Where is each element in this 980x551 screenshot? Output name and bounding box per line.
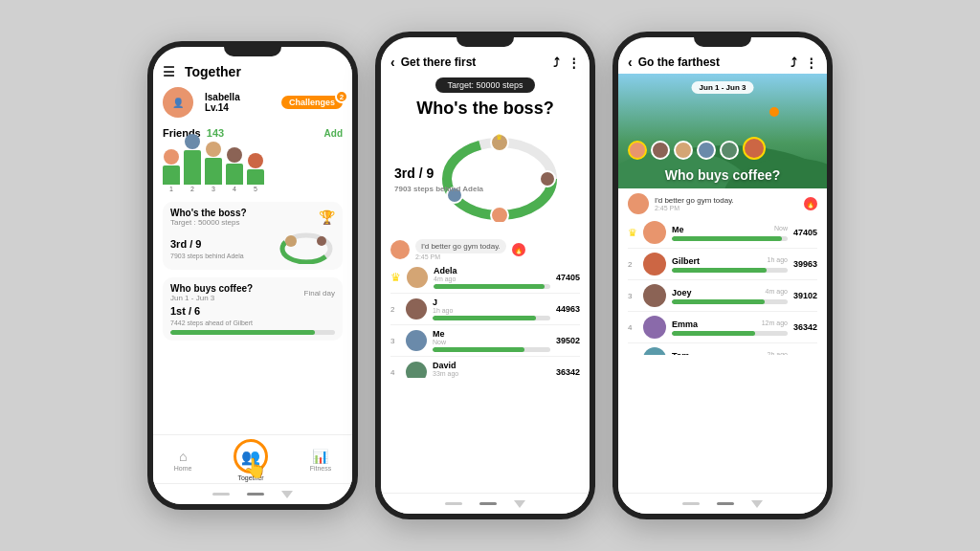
- nav-fitness[interactable]: 📊 Fitness: [310, 449, 332, 472]
- home-icon: ⌂: [179, 449, 187, 464]
- p2-more-icon[interactable]: ⋮: [568, 55, 580, 70]
- p2-leaderboard: ♛ Adela 4m ago 47405 2: [381, 262, 590, 378]
- p2-fill-adela: [434, 284, 545, 289]
- p2-message-row: I'd better go gym today. 2:45 PM 🔥: [381, 235, 590, 262]
- phone-notch-2: [457, 37, 514, 47]
- svg-text:♛: ♛: [496, 133, 502, 142]
- phone-2: ‹ Get there first ⤴ ⋮ Target: 50000 step…: [375, 32, 595, 519]
- p2-target-pill: Target: 50000 steps: [435, 77, 534, 93]
- bar-4: 4: [226, 147, 243, 192]
- c2-ahead: 7442 steps ahead of Gilbert: [170, 320, 335, 326]
- p2-rank-num: 3rd / 9: [394, 165, 483, 184]
- p3-avatar-emma: [643, 316, 666, 339]
- bar-fill-5: [247, 169, 264, 185]
- p2-steps-david: 36342: [556, 367, 580, 377]
- p2-track-container: 3rd / 9 7903 steps behind Adela ♛: [381, 126, 590, 231]
- c2-final-day: Final day: [304, 289, 335, 298]
- nav-home[interactable]: ⌂ Home: [174, 449, 192, 472]
- nav-fitness-label: Fitness: [310, 465, 332, 472]
- p3-time-me: Now: [774, 225, 788, 234]
- p3-scene-avatar-4: [697, 141, 716, 160]
- p2-header-icons: ⤴ ⋮: [553, 55, 580, 70]
- p1-title: Together: [185, 64, 241, 79]
- p2-header-left: ‹ Get there first: [390, 55, 476, 70]
- p3-header: ‹ Go the farthest ⤴ ⋮: [618, 47, 827, 74]
- p1-add-button[interactable]: Add: [324, 128, 343, 139]
- c2-date: Jun 1 - Jun 3: [170, 294, 253, 302]
- phone-1: ☰ Together 👤 Isabella Lv.14 Challenges: [147, 41, 358, 510]
- c2-fill: [170, 330, 315, 335]
- bar-fill-4: [226, 164, 243, 185]
- p1-mini-track: [278, 230, 335, 264]
- p3-time-joey: 4m ago: [766, 288, 788, 298]
- p1-name-level: Isabella Lv.14: [205, 92, 240, 113]
- p2-msg-avatar: [390, 240, 410, 259]
- p2-rank-4: 4: [390, 368, 400, 377]
- p3-rank-2: 2: [628, 260, 637, 269]
- p2-bar-j: [433, 316, 550, 320]
- p2-fill-me: [433, 347, 524, 352]
- p1-challenge-card-1[interactable]: Who's the boss? Target : 50000 steps 🏆 3…: [163, 202, 343, 270]
- p1-bottom-bar: [153, 483, 352, 504]
- p3-bar-joey: [672, 299, 788, 304]
- p2-time-adela: 4m ago: [434, 276, 550, 282]
- p1-username: Isabella: [205, 92, 240, 102]
- svg-point-2: [285, 235, 297, 247]
- bar-avatar-1: [164, 149, 179, 165]
- p2-steps-me: 39502: [556, 336, 580, 345]
- p3-bar-dot1: [682, 502, 700, 505]
- p3-bar-dot2: [717, 502, 734, 505]
- p1-challenges-wrapper[interactable]: Challenges 2: [281, 96, 343, 109]
- p2-share-icon[interactable]: ⤴: [553, 55, 560, 70]
- p2-fill-j: [433, 316, 536, 320]
- bar-5: 5: [247, 153, 264, 192]
- p1-challenges-badge[interactable]: Challenges 2: [281, 96, 343, 109]
- p3-list-item-5: 5 Tom 2h ago 32605: [628, 343, 817, 355]
- p2-title: Get there first: [401, 55, 477, 69]
- bar-avatar-4: [227, 147, 242, 163]
- p1-user-info: 👤 Isabella Lv.14: [163, 87, 240, 118]
- p3-msg-content: I'd better go gym today. 2:45 PM: [655, 196, 798, 211]
- p3-steps-me: 47405: [793, 228, 817, 237]
- p3-avatars-row: [628, 137, 766, 160]
- p2-list-item-1: ♛ Adela 4m ago 47405: [390, 262, 580, 294]
- p2-msg-bubble: I'd better go gym today.: [415, 239, 506, 253]
- p1-challenge-card-2[interactable]: Who buys coffee? Jun 1 - Jun 3 Final day…: [163, 277, 343, 341]
- p2-list-item-3: 3 Me Now 39502: [390, 325, 580, 357]
- fitness-icon: 📊: [312, 449, 328, 464]
- p3-share-icon[interactable]: ⤴: [791, 55, 797, 70]
- p2-back-icon[interactable]: ‹: [390, 55, 395, 70]
- bar-avatar-3: [206, 142, 221, 157]
- p3-fill-emma: [672, 331, 755, 336]
- p1-badge-count: 2: [335, 90, 348, 103]
- svg-point-8: [491, 207, 508, 222]
- p3-back-icon[interactable]: ‹: [628, 55, 633, 70]
- c2-title: Who buys coffee?: [170, 283, 253, 294]
- p2-header: ‹ Get there first ⤴ ⋮: [381, 47, 590, 74]
- p3-name-gilbert: Gilbert: [672, 256, 700, 266]
- p3-rank-4: 4: [628, 323, 637, 332]
- p3-steps-emma: 36342: [793, 322, 817, 332]
- p3-big-title: Who buys coffee?: [618, 167, 827, 183]
- phone-3-screen: ‹ Go the farthest ⤴ ⋮ Jun 1 - Jun: [618, 47, 827, 493]
- p3-header-icons: ⤴ ⋮: [791, 55, 817, 70]
- p2-big-title: Who's the boss?: [381, 99, 590, 119]
- bar-label-4: 4: [233, 186, 236, 192]
- p1-bar-dot1: [212, 493, 230, 496]
- p3-more-icon[interactable]: ⋮: [805, 55, 817, 70]
- p3-name-me: Me: [672, 225, 684, 234]
- p3-bar-gilbert: [672, 268, 788, 273]
- p3-bar-back: [751, 500, 763, 508]
- trophy-icon: 🏆: [319, 209, 335, 225]
- p3-list-item-1: ♛ Me Now 47405: [628, 217, 817, 249]
- c1-behind: 7903 steps behind Adela: [170, 253, 244, 259]
- p3-msg-avatar: [628, 193, 649, 214]
- hamburger-icon[interactable]: ☰: [163, 64, 175, 79]
- p2-rank-3: 3: [390, 337, 400, 345]
- p2-info-david: David 33m ago: [433, 361, 550, 378]
- p1-level: Lv.14: [205, 102, 240, 113]
- p2-avatar-j: [406, 298, 427, 320]
- p3-header-left: ‹ Go the farthest: [628, 55, 720, 70]
- p2-bottom-bar: [381, 493, 590, 514]
- p3-scene-avatar-3: [674, 141, 693, 160]
